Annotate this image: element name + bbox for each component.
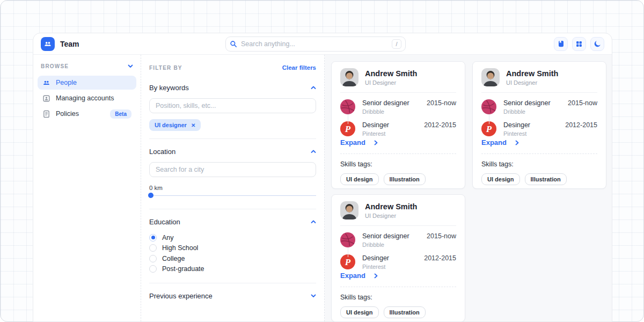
experience-period: 2012-2015 (424, 121, 456, 137)
location-label: Location (149, 148, 175, 156)
radio-button[interactable] (149, 234, 157, 241)
distance-slider[interactable] (149, 193, 316, 198)
card-divider (340, 153, 456, 154)
document-icon (42, 110, 50, 118)
radio-option-high-school[interactable]: High School (149, 243, 316, 254)
browse-label: BROWSE (41, 63, 69, 69)
sidebar-item-managing-accounts[interactable]: Managing accounts (38, 91, 136, 105)
slider-handle[interactable] (148, 193, 153, 198)
timeline-connector (348, 114, 348, 124)
keyword-tag[interactable]: UI designer ✕ (149, 119, 201, 131)
section-divider (149, 138, 316, 139)
dark-mode-toggle[interactable] (590, 37, 604, 51)
avatar (340, 68, 358, 86)
avatar (481, 68, 500, 86)
radio-button[interactable] (149, 255, 157, 262)
person-role: UI Designer (506, 79, 558, 86)
experience-company: Pinterest (503, 130, 558, 137)
keywords-input[interactable] (149, 98, 316, 113)
page-background: Team / (0, 0, 644, 322)
person-card[interactable]: Andrew Smith UI Designer Senior designer… (331, 194, 465, 321)
experience-company: Dribbble (362, 241, 420, 248)
card-header: Andrew Smith UI Designer (340, 201, 456, 226)
keywords-section-header[interactable]: By keywords (149, 84, 316, 92)
location-section-header[interactable]: Location (149, 148, 316, 156)
search-input[interactable] (241, 40, 392, 48)
experience-row: P Desinger Pinterest 2012-2015 (481, 121, 597, 137)
skills-label: Skills tags: (481, 160, 597, 168)
skill-tag[interactable]: Illustration (384, 306, 426, 318)
people-icon (42, 79, 50, 87)
card-header: Andrew Smith UI Designer (481, 68, 597, 93)
experience-company: Dribbble (362, 108, 420, 115)
grid-icon (575, 40, 583, 48)
skill-tag[interactable]: Illustration (384, 173, 426, 185)
experience-title: Desinger (362, 254, 417, 262)
skills-label: Skills tags: (340, 160, 456, 168)
skill-tag[interactable]: UI design (340, 173, 379, 185)
sidebar-item-people[interactable]: People (38, 76, 136, 90)
timeline-connector (348, 247, 348, 257)
previous-experience-section-header[interactable]: Previous experience (149, 292, 316, 300)
search-bar[interactable]: / (225, 36, 406, 52)
skill-chips: UI design Illustration (340, 306, 456, 318)
sidebar: BROWSE People (33, 55, 141, 321)
skill-tag[interactable]: UI design (340, 306, 379, 318)
card-divider (481, 153, 597, 154)
previous-experience-label: Previous experience (149, 292, 213, 300)
person-card[interactable]: Andrew Smith UI Designer Senior designer… (472, 61, 606, 189)
radio-label: Post-graduate (162, 265, 204, 273)
dribbble-icon (340, 232, 355, 247)
keyword-tag-label: UI designer (155, 122, 187, 128)
experience-period: 2015-now (427, 99, 456, 115)
experience-title: Senior designer (503, 99, 561, 107)
skill-tag[interactable]: UI design (481, 173, 520, 185)
experience-timeline: Senior designer Dribbble 2015-now P Desi… (481, 99, 597, 137)
chevron-up-icon (311, 150, 316, 153)
chevron-right-icon (374, 140, 378, 145)
experience-row: P Desinger Pinterest 2012-2015 (340, 121, 456, 137)
book-icon (557, 40, 565, 48)
app-body: BROWSE People (33, 55, 612, 321)
dribbble-icon (340, 99, 355, 114)
svg-text:P: P (486, 124, 492, 134)
experience-period: 2012-2015 (565, 121, 597, 137)
chevron-right-icon (374, 273, 378, 279)
radio-button[interactable] (149, 244, 157, 252)
city-search-input[interactable] (149, 162, 316, 177)
apps-button[interactable] (572, 37, 586, 51)
experience-row: Senior designer Dribbble 2015-now (340, 232, 456, 248)
sidebar-item-label: Policies (56, 110, 79, 118)
radio-label: College (162, 255, 185, 262)
sidebar-item-label: People (56, 79, 77, 86)
slider-track[interactable] (149, 195, 316, 196)
account-badge-icon (42, 94, 50, 103)
experience-company: Dribbble (503, 108, 561, 115)
skill-tag[interactable]: Illustration (525, 173, 567, 185)
browse-section-header[interactable]: BROWSE (38, 63, 136, 69)
person-card[interactable]: Andrew Smith UI Designer Senior designer… (331, 61, 465, 189)
radio-label: High School (162, 244, 198, 252)
expand-button[interactable]: Expand (481, 138, 597, 147)
dribbble-icon (481, 99, 496, 114)
timeline-connector (489, 114, 489, 124)
sidebar-item-policies[interactable]: Policies Beta (38, 107, 136, 121)
education-section-header[interactable]: Education (149, 218, 316, 226)
remove-tag-icon[interactable]: ✕ (191, 122, 195, 128)
radio-option-post-graduate[interactable]: Post-graduate (149, 264, 316, 275)
clear-filters-button[interactable]: Clear filters (282, 64, 316, 71)
expand-button[interactable]: Expand (340, 138, 456, 147)
experience-title: Desinger (362, 121, 417, 129)
radio-button[interactable] (149, 265, 157, 273)
expand-button[interactable]: Expand (340, 272, 456, 280)
person-name: Andrew Smith (506, 69, 558, 78)
radio-label: Any (162, 234, 174, 241)
search-shortcut-key: / (392, 39, 401, 49)
app-window: Team / (33, 33, 612, 322)
radio-option-any[interactable]: Any (149, 232, 316, 243)
experience-row: Senior designer Dribbble 2015-now (340, 99, 456, 115)
library-button[interactable] (554, 37, 568, 51)
section-divider (149, 283, 316, 283)
section-divider (149, 209, 316, 209)
radio-option-college[interactable]: College (149, 253, 316, 264)
